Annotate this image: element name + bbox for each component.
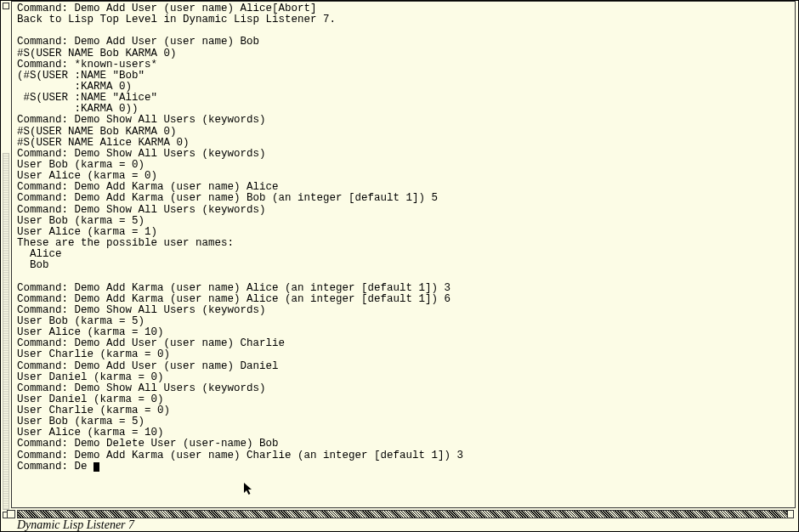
terminal-line: Command: Demo Add Karma (user name) Alic… [17,283,790,294]
terminal-line: #S(USER NAME Bob KARMA 0) [17,127,790,138]
terminal-line: Command: Demo Show All Users (keywords) [17,205,790,216]
terminal-line: Command: Demo Show All Users (keywords) [17,149,790,160]
terminal-line: Back to Lisp Top Level in Dynamic Lisp L… [17,14,790,25]
hscroll-left-cap[interactable] [7,510,15,518]
terminal-line: Command: *known-users* [17,59,790,71]
terminal-line: Command: Demo Show All Users (keywords) [17,383,790,394]
terminal-input-line[interactable]: Command: De [17,461,790,473]
terminal-line: #S(USER NAME Bob KARMA 0) [17,48,790,59]
terminal-line: Bob [17,260,790,271]
terminal-line: Command: Demo Add Karma (user name) Bob … [17,193,790,204]
vertical-scrollbar[interactable] [3,153,9,510]
text-cursor [94,462,99,472]
terminal-line: User Charlie (karma = 0) [17,349,790,360]
terminal-line: Command: Demo Show All Users (keywords) [17,115,790,126]
terminal-line: Command: Demo Add User (user name) Bob [17,37,790,48]
terminal-line: (#S(USER :NAME "Bob" [17,71,790,82]
hscroll-right-cap[interactable] [787,510,794,518]
terminal-line: Command: Demo Add User (user name) Danie… [17,361,790,372]
terminal-line: Command: Demo Show All Users (keywords) [17,305,790,316]
terminal-line: Alice [17,249,790,260]
terminal-line: User Daniel (karma = 0) [17,372,790,383]
terminal-line: Command: Demo Delete User (user-name) Bo… [17,439,790,450]
terminal-line: These are the possible user names: [17,238,790,249]
window-close-box[interactable] [3,3,9,9]
terminal-line: Command: Demo Add Karma (user name) Alic… [17,294,790,305]
terminal-line [17,271,790,282]
terminal-line: #S(USER NAME Alice KARMA 0) [17,138,790,149]
terminal-input-text: Command: De [17,461,94,473]
terminal-output[interactable]: Command: Demo Add User (user name) Alice… [17,3,790,507]
status-bar-title: Dynamic Lisp Listener 7 [17,519,134,530]
terminal-line: Command: Demo Add Karma (user name) Char… [17,450,790,461]
terminal-line: User Alice (karma = 1) [17,227,790,238]
horizontal-scrollbar[interactable] [17,510,794,518]
terminal-line: User Bob (karma = 5) [17,216,790,227]
